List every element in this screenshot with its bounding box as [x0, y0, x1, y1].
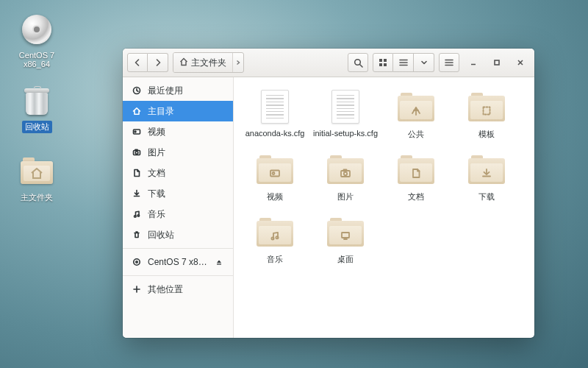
folder-item[interactable]: 图片: [310, 152, 381, 202]
folder-icon: [257, 217, 293, 247]
forward-button[interactable]: [148, 53, 168, 72]
folder-item[interactable]: 下载: [451, 152, 522, 202]
item-label: 视频: [267, 191, 283, 202]
item-label: 桌面: [337, 254, 354, 265]
music-icon: [132, 209, 142, 219]
folder-icon: [468, 92, 505, 121]
sidebar-item-clock[interactable]: 最近使用: [123, 80, 233, 101]
svg-rect-1: [379, 59, 382, 62]
disc-icon: [132, 257, 142, 267]
camera-icon: [132, 147, 142, 158]
sidebar-item-label: 其他位置: [148, 283, 183, 296]
folder-item[interactable]: 音乐: [240, 214, 310, 265]
hamburger-menu-button[interactable]: [439, 53, 459, 72]
desktop-icon-label: CentOS 7 x86_64: [7, 50, 66, 69]
sidebar: 最近使用主目录视频图片文档下载音乐回收站 CentOS 7 x86_64 其他位…: [123, 77, 234, 338]
nav-buttons: [127, 53, 168, 72]
trash-icon: [19, 82, 54, 118]
home-icon: [179, 57, 188, 68]
path-expand-button[interactable]: [232, 53, 243, 72]
svg-point-33: [276, 236, 278, 238]
folder-item[interactable]: 公共: [381, 89, 451, 140]
sidebar-other-locations[interactable]: 其他位置: [123, 279, 233, 300]
folder-icon: [327, 217, 364, 247]
item-label: 下载: [478, 191, 495, 202]
svg-point-28: [273, 172, 275, 174]
disc-icon: [19, 12, 54, 47]
clock-icon: [132, 85, 142, 96]
folder-icon: [257, 155, 293, 184]
trash-icon: [132, 230, 142, 240]
sidebar-item-label: 下载: [148, 188, 165, 200]
folder-icon: [398, 155, 434, 184]
desktop-icon-disc[interactable]: CentOS 7 x86_64: [7, 12, 66, 69]
sidebar-item-trash[interactable]: 回收站: [123, 224, 233, 245]
file-icon: [331, 90, 359, 124]
svg-point-17: [135, 152, 138, 155]
svg-point-32: [271, 237, 273, 239]
pathbar[interactable]: 主文件夹: [173, 52, 244, 73]
sidebar-item-video[interactable]: 视频: [123, 121, 233, 142]
folder-item[interactable]: 文档: [381, 152, 451, 202]
path-segment-home[interactable]: 主文件夹: [173, 53, 232, 72]
video-icon: [132, 127, 142, 137]
plus-icon: [132, 284, 142, 294]
svg-rect-34: [342, 233, 349, 238]
sidebar-item-document[interactable]: 文档: [123, 163, 233, 183]
sidebar-item-label: 文档: [148, 167, 165, 180]
document-icon: [132, 168, 142, 178]
titlebar: 主文件夹: [123, 49, 534, 77]
sidebar-item-label: 视频: [148, 126, 165, 138]
sidebar-device[interactable]: CentOS 7 x86_64: [123, 252, 233, 272]
path-label: 主文件夹: [191, 57, 226, 69]
desktop-icon-label: 回收站: [22, 121, 52, 133]
folder-item[interactable]: 模板: [451, 89, 522, 140]
back-button[interactable]: [127, 53, 148, 72]
view-mode-buttons: [373, 53, 434, 72]
item-label: 文档: [408, 191, 424, 202]
desktop-icon-trash[interactable]: 回收站: [7, 82, 66, 133]
item-label: 音乐: [267, 254, 283, 265]
sidebar-item-home[interactable]: 主目录: [123, 101, 233, 121]
sidebar-item-label: 最近使用: [148, 85, 183, 97]
svg-rect-3: [379, 63, 382, 66]
close-button[interactable]: [511, 53, 530, 72]
folder-icon: [19, 153, 54, 188]
file-item[interactable]: anaconda-ks.cfg: [240, 89, 310, 140]
item-label: initial-setup-ks.cfg: [313, 129, 378, 138]
item-label: 模板: [478, 129, 495, 140]
sidebar-item-label: 主目录: [148, 105, 174, 118]
download-icon: [132, 188, 142, 199]
sidebar-item-label: 回收站: [148, 229, 174, 241]
svg-rect-12: [495, 60, 499, 65]
svg-rect-18: [135, 149, 137, 151]
eject-icon[interactable]: [214, 257, 224, 267]
file-item[interactable]: initial-setup-ks.cfg: [310, 89, 381, 140]
svg-rect-26: [484, 107, 490, 114]
sidebar-item-music[interactable]: 音乐: [123, 204, 233, 224]
view-dropdown-button[interactable]: [414, 53, 434, 72]
svg-rect-4: [384, 63, 387, 66]
svg-rect-23: [217, 263, 221, 264]
sidebar-item-camera[interactable]: 图片: [123, 142, 233, 163]
item-label: anaconda-ks.cfg: [245, 129, 305, 138]
folder-icon: [398, 92, 434, 121]
item-label: 公共: [408, 129, 424, 140]
sidebar-item-label: 图片: [148, 146, 165, 159]
maximize-button[interactable]: [487, 53, 506, 72]
folder-item[interactable]: 视频: [240, 152, 310, 202]
svg-point-30: [344, 171, 347, 174]
content-area[interactable]: anaconda-ks.cfginitial-setup-ks.cfg公共模板视…: [234, 77, 534, 338]
sidebar-item-download[interactable]: 下载: [123, 183, 233, 204]
sidebar-item-label: CentOS 7 x86_64: [148, 257, 208, 267]
search-button[interactable]: [348, 53, 368, 72]
desktop-icon-label: 主文件夹: [18, 191, 56, 204]
minimize-button[interactable]: [464, 53, 483, 72]
item-label: 图片: [337, 191, 354, 202]
folder-item[interactable]: 桌面: [310, 214, 381, 265]
file-icon: [261, 90, 289, 124]
folder-icon: [468, 155, 505, 184]
view-list-button[interactable]: [393, 53, 414, 72]
view-grid-button[interactable]: [373, 53, 393, 72]
desktop-icon-home-folder[interactable]: 主文件夹: [7, 153, 66, 204]
